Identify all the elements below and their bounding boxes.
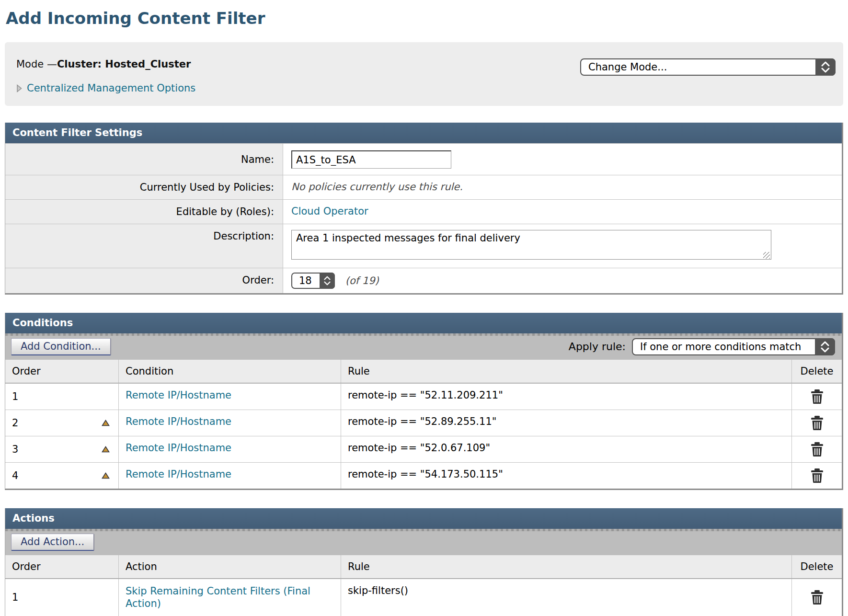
change-mode-select[interactable]: Change Mode...: [580, 58, 836, 76]
mode-panel: Mode —Cluster: Hosted_Cluster Change Mod…: [5, 42, 843, 106]
move-up-button[interactable]: [100, 420, 112, 426]
col-delete: Delete: [792, 555, 842, 578]
action-link[interactable]: Skip Remaining Content Filters (Final Ac…: [126, 585, 317, 610]
settings-row-description: Description: Area 1 inspected messages f…: [5, 224, 842, 268]
condition-rule: remote-ip == "52.0.67.109": [341, 436, 792, 462]
condition-link[interactable]: Remote IP/Hostname: [126, 416, 231, 427]
conditions-panel: Conditions Add Condition... Apply rule: …: [5, 313, 843, 490]
add-condition-button[interactable]: Add Condition...: [11, 338, 111, 355]
action-order: 1: [12, 592, 18, 603]
move-up-triangle-icon: [102, 472, 110, 479]
resize-grip-icon[interactable]: [763, 252, 770, 259]
condition-row: 3 Remote IP/Hostname remote-ip == "52.0.…: [5, 436, 842, 462]
settings-row-policies: Currently Used by Policies: No policies …: [5, 175, 842, 199]
order-of-note: (of 19): [345, 275, 379, 286]
condition-rule: remote-ip == "54.173.50.115": [341, 463, 792, 489]
apply-rule-select[interactable]: If one or more conditions match: [632, 338, 835, 355]
settings-row-name: Name:: [5, 143, 842, 175]
page: Add Incoming Content Filter Mode —Cluste…: [0, 0, 848, 616]
order-label: Order:: [5, 268, 283, 293]
disclosure-triangle-icon[interactable]: [16, 84, 22, 92]
conditions-table-header: Order Condition Rule Delete: [5, 360, 842, 383]
mode-label: Mode —: [16, 58, 57, 70]
move-up-triangle-icon: [102, 446, 110, 453]
action-rule: skip-filters(): [341, 579, 792, 616]
trash-icon: [811, 442, 824, 456]
centralized-management-link[interactable]: Centralized Management Options: [27, 82, 195, 94]
change-mode-select-value: Change Mode...: [588, 61, 667, 73]
order-select[interactable]: 18: [291, 273, 335, 289]
chevron-up-down-icon: [815, 338, 835, 355]
description-textarea[interactable]: Area 1 inspected messages for final deli…: [291, 230, 771, 260]
col-condition: Condition: [119, 360, 341, 383]
add-action-button[interactable]: Add Action...: [11, 534, 94, 551]
trash-icon: [811, 389, 824, 404]
condition-order: 2: [12, 417, 18, 429]
move-up-button[interactable]: [100, 446, 112, 453]
col-delete: Delete: [792, 360, 842, 383]
action-row: 1 Skip Remaining Content Filters (Final …: [5, 579, 842, 616]
actions-panel: Actions Add Action... Order Action Rule …: [5, 508, 843, 616]
condition-order: 4: [12, 470, 18, 481]
settings-row-editable: Editable by (Roles): Cloud Operator: [5, 199, 842, 224]
condition-link[interactable]: Remote IP/Hostname: [126, 468, 231, 480]
condition-link[interactable]: Remote IP/Hostname: [126, 389, 231, 401]
col-rule: Rule: [341, 360, 792, 383]
delete-condition-button[interactable]: [811, 468, 824, 483]
order-select-value: 18: [299, 275, 312, 286]
condition-order: 1: [12, 391, 18, 402]
col-order: Order: [5, 360, 119, 383]
condition-rule: remote-ip == "52.11.209.211": [341, 384, 792, 410]
name-input[interactable]: [291, 150, 451, 169]
delete-condition-button[interactable]: [811, 442, 824, 456]
condition-row: 4 Remote IP/Hostname remote-ip == "54.17…: [5, 462, 842, 489]
move-up-button[interactable]: [100, 472, 112, 479]
editable-label: Editable by (Roles):: [5, 200, 283, 224]
mode-value: Cluster: Hosted_Cluster: [57, 58, 191, 70]
actions-panel-header: Actions: [5, 508, 842, 529]
move-up-triangle-icon: [102, 420, 110, 426]
trash-icon: [811, 590, 824, 605]
trash-icon: [811, 468, 824, 483]
name-label: Name:: [5, 144, 283, 175]
col-rule: Rule: [341, 555, 792, 578]
condition-order: 3: [12, 444, 18, 455]
policies-label: Currently Used by Policies:: [5, 175, 283, 199]
col-order: Order: [5, 555, 119, 578]
centralized-management-row: Centralized Management Options: [16, 82, 832, 94]
actions-toolbar: Add Action...: [5, 529, 842, 555]
description-label: Description:: [5, 224, 283, 268]
policies-value: No policies currently use this rule.: [283, 175, 842, 199]
chevron-up-down-icon: [815, 58, 836, 76]
condition-row: 1 Remote IP/Hostname remote-ip == "52.11…: [5, 383, 842, 410]
condition-rule: remote-ip == "52.89.255.11": [341, 410, 792, 436]
condition-link[interactable]: Remote IP/Hostname: [126, 442, 231, 454]
editable-roles-link[interactable]: Cloud Operator: [291, 205, 368, 217]
conditions-toolbar: Add Condition... Apply rule: If one or m…: [5, 333, 842, 360]
apply-rule-label: Apply rule:: [569, 341, 626, 353]
trash-icon: [811, 416, 824, 430]
settings-panel-header: Content Filter Settings: [5, 123, 842, 143]
conditions-panel-header: Conditions: [5, 313, 842, 333]
col-action: Action: [119, 555, 341, 578]
delete-action-button[interactable]: [811, 590, 824, 605]
actions-table-header: Order Action Rule Delete: [5, 555, 842, 579]
page-title: Add Incoming Content Filter: [6, 9, 843, 28]
condition-row: 2 Remote IP/Hostname remote-ip == "52.89…: [5, 410, 842, 436]
apply-rule-select-value: If one or more conditions match: [640, 341, 801, 353]
delete-condition-button[interactable]: [811, 416, 824, 430]
content-filter-settings-panel: Content Filter Settings Name: Currently …: [5, 123, 843, 295]
chevron-up-down-icon: [320, 273, 335, 289]
settings-row-order: Order: 18 (of 19): [5, 268, 842, 293]
delete-condition-button[interactable]: [811, 389, 824, 404]
